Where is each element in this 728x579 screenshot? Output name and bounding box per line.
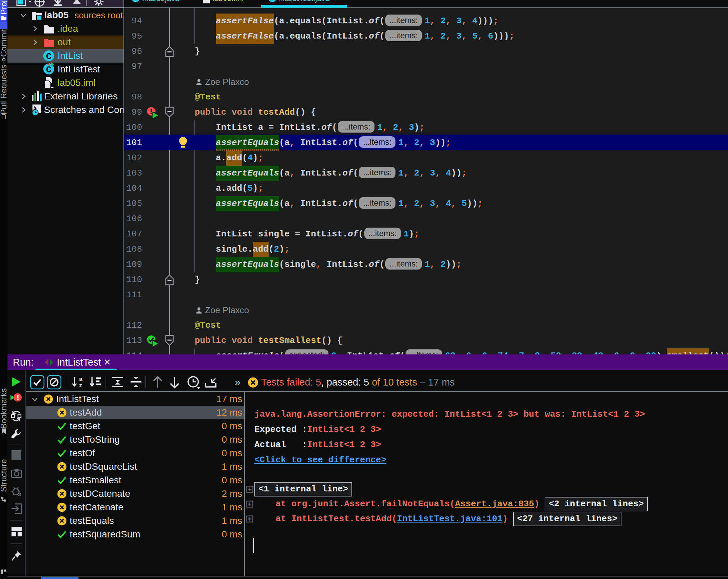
svg-text:C: C [46,52,51,62]
svg-text:C: C [134,0,138,2]
svg-text:z: z [79,382,82,388]
svg-text:C: C [270,0,275,2]
svg-text:C: C [46,65,51,75]
svg-text:a: a [79,376,83,382]
